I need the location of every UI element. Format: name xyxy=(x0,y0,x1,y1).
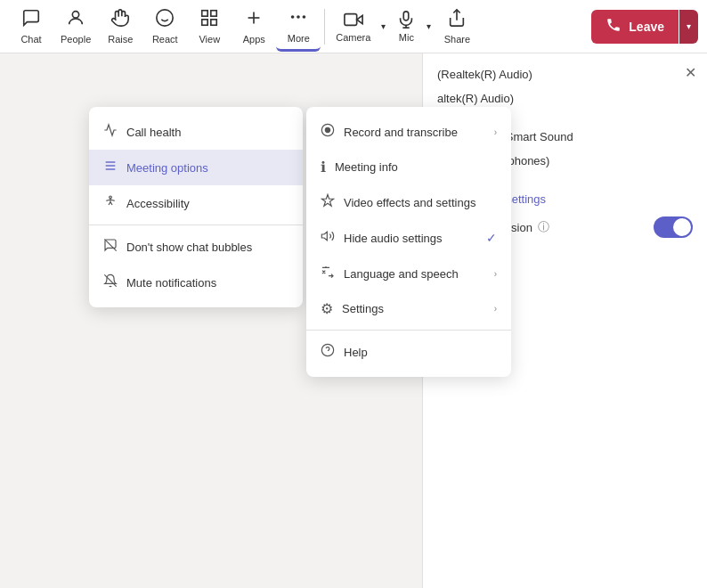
language-label: Language and speech xyxy=(344,267,459,281)
svg-point-20 xyxy=(325,127,329,132)
react-label: React xyxy=(152,34,178,45)
left-menu-mute-notifications[interactable]: Mute notifications xyxy=(89,265,303,300)
mute-notifications-icon xyxy=(103,274,118,291)
react-icon xyxy=(155,8,175,32)
menu-divider-1 xyxy=(89,225,303,225)
call-health-icon xyxy=(103,123,118,141)
record-label: Record and transcribe xyxy=(344,126,458,139)
svg-rect-7 xyxy=(211,20,216,25)
dropdown-meeting-info[interactable]: ℹ Meeting info xyxy=(306,150,511,184)
dropdown-hide-audio[interactable]: Hide audio settings ✓ xyxy=(306,220,511,256)
settings-icon: ⚙ xyxy=(321,300,333,317)
toolbar: Chat People Raise React View Apps xyxy=(0,0,707,53)
record-chevron: › xyxy=(494,127,497,137)
svg-point-1 xyxy=(157,10,173,26)
mic-icon xyxy=(396,10,416,32)
toolbar-raise[interactable]: Raise xyxy=(98,2,142,52)
noise-suppression-toggle[interactable] xyxy=(654,216,693,238)
apps-label: Apps xyxy=(243,34,265,45)
dropdown-language[interactable]: Language and speech › xyxy=(306,256,511,291)
svg-rect-15 xyxy=(404,12,410,20)
video-effects-icon xyxy=(321,193,335,211)
svg-rect-5 xyxy=(211,11,216,16)
hide-audio-check: ✓ xyxy=(486,231,497,245)
toolbar-mic[interactable]: Mic ▾ xyxy=(389,2,435,52)
toolbar-share[interactable]: Share xyxy=(435,2,479,52)
leave-container: Leave ▾ xyxy=(591,10,698,44)
apps-icon xyxy=(244,8,264,32)
record-icon xyxy=(321,123,335,141)
share-label: Share xyxy=(444,34,470,45)
panel-close-button[interactable]: ✕ xyxy=(685,64,696,81)
toolbar-react[interactable]: React xyxy=(142,2,187,52)
dropdown-help[interactable]: Help xyxy=(306,334,511,370)
language-chevron: › xyxy=(494,269,497,279)
help-label: Help xyxy=(344,346,368,359)
meeting-info-label: Meeting info xyxy=(335,160,398,174)
share-icon xyxy=(447,8,467,32)
raise-label: Raise xyxy=(108,34,133,45)
language-icon xyxy=(321,265,335,282)
svg-point-10 xyxy=(291,15,295,19)
svg-point-12 xyxy=(303,15,306,19)
more-icon xyxy=(288,7,308,31)
accessibility-label: Accessibility xyxy=(126,197,190,210)
view-icon xyxy=(199,8,219,32)
svg-point-0 xyxy=(72,12,78,18)
dropdown-settings[interactable]: ⚙ Settings › xyxy=(306,291,511,326)
raise-icon xyxy=(110,8,130,32)
call-health-label: Call health xyxy=(126,126,181,139)
toolbar-view[interactable]: View xyxy=(187,2,232,52)
people-icon xyxy=(66,8,85,32)
svg-point-22 xyxy=(321,344,333,355)
more-label: More xyxy=(288,33,310,44)
no-bubbles-icon xyxy=(103,238,118,256)
mute-notifications-label: Mute notifications xyxy=(126,276,216,290)
toolbar-more[interactable]: More xyxy=(276,2,321,52)
view-label: View xyxy=(199,34,220,45)
left-menu-meeting-options[interactable]: Meeting options xyxy=(89,150,303,185)
svg-rect-4 xyxy=(202,11,207,16)
dropdown-video-effects[interactable]: Video effects and settings xyxy=(306,184,511,220)
leave-arrow-button[interactable]: ▾ xyxy=(679,10,698,44)
left-menu-accessibility[interactable]: Accessibility xyxy=(89,185,303,221)
accessibility-icon xyxy=(103,194,118,212)
svg-marker-21 xyxy=(321,232,327,240)
svg-point-11 xyxy=(297,15,300,19)
svg-point-27 xyxy=(110,196,112,199)
leave-button[interactable]: Leave xyxy=(591,10,679,44)
left-menu-call-health[interactable]: Call health xyxy=(89,114,303,150)
camera-arrow[interactable]: ▾ xyxy=(378,2,389,52)
noise-info-icon: ⓘ xyxy=(538,219,549,235)
chat-icon xyxy=(21,8,41,32)
camera-icon xyxy=(344,10,363,32)
left-submenu: Call health Meeting options Accessibilit… xyxy=(89,107,303,307)
settings-label: Settings xyxy=(342,302,384,315)
meeting-options-label: Meeting options xyxy=(126,161,208,175)
hide-audio-icon xyxy=(321,229,335,247)
separator-1 xyxy=(324,9,325,45)
meeting-options-icon xyxy=(103,159,118,176)
leave-label: Leave xyxy=(629,20,664,34)
toolbar-apps[interactable]: Apps xyxy=(232,2,276,52)
toolbar-camera[interactable]: Camera ▾ xyxy=(329,2,389,52)
mic-arrow[interactable]: ▾ xyxy=(423,2,435,52)
main-content: ✕ (Realtek(R) Audio) altek(R) Audio) Arr… xyxy=(0,53,707,588)
mic-button[interactable]: Mic xyxy=(389,2,423,52)
toolbar-chat[interactable]: Chat xyxy=(9,2,53,52)
toolbar-people[interactable]: People xyxy=(53,2,98,52)
svg-rect-6 xyxy=(202,20,207,25)
hide-audio-label: Hide audio settings xyxy=(344,232,443,245)
dropdown-divider xyxy=(306,330,511,331)
camera-button[interactable]: Camera xyxy=(329,2,378,52)
svg-rect-14 xyxy=(345,14,357,26)
left-menu-dont-show-bubbles[interactable]: Don't show chat bubbles xyxy=(89,229,303,265)
more-dropdown: Record and transcribe › ℹ Meeting info V… xyxy=(306,107,511,377)
video-effects-label: Video effects and settings xyxy=(344,196,475,209)
people-label: People xyxy=(61,34,91,45)
help-icon xyxy=(321,343,335,361)
camera-label: Camera xyxy=(336,32,370,43)
no-bubbles-label: Don't show chat bubbles xyxy=(126,241,252,254)
dropdown-record[interactable]: Record and transcribe › xyxy=(306,114,511,150)
audio-device-2: altek(R) Audio) xyxy=(437,92,693,105)
